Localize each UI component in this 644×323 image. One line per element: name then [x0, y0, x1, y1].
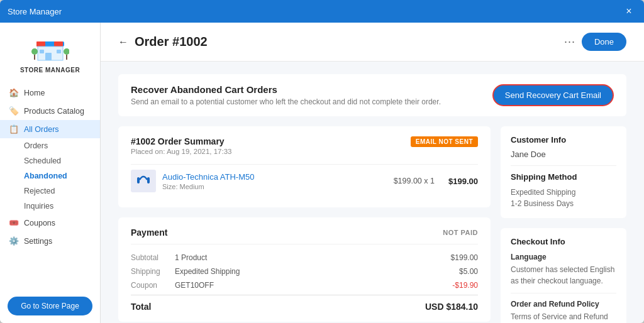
product-link[interactable]: Audio-Technica ATH-M50 — [162, 172, 254, 182]
titlebar: Store Manager × — [0, 0, 644, 23]
payment-header: Payment NOT PAID — [131, 227, 478, 244]
content-area: Recover Abandoned Cart Orders Send an em… — [101, 62, 644, 323]
svg-rect-1 — [36, 41, 45, 47]
products-icon: 🏷️ — [9, 106, 19, 116]
product-row: Audio-Technica ATH-M50 Size: Medium $199… — [131, 164, 478, 197]
payment-title: Payment — [131, 227, 167, 238]
payment-row-subtotal: Subtotal 1 Product $199.00 — [131, 253, 478, 262]
recovery-text: Recover Abandoned Cart Orders Send an em… — [131, 84, 441, 106]
header-actions: ··· Done — [564, 33, 626, 51]
svg-point-8 — [31, 48, 38, 55]
checkout-info-card: Checkout Info Language Customer has sele… — [501, 228, 626, 323]
home-icon: 🏠 — [9, 88, 19, 97]
sidebar-logo: STORE MANAGER — [0, 23, 100, 79]
page-title: Order #1002 — [135, 35, 208, 49]
sidebar-item-rejected[interactable]: Rejected — [0, 183, 100, 199]
product-info: Audio-Technica ATH-M50 Size: Medium — [162, 172, 387, 190]
order-summary-card: #1002 Order Summary Placed on: Aug 19, 2… — [118, 126, 491, 207]
go-to-store-button[interactable]: Go to Store Page — [8, 297, 92, 315]
payment-status-badge: NOT PAID — [443, 229, 478, 236]
svg-rect-3 — [54, 41, 63, 47]
recovery-description: Send an email to a potential customer wh… — [131, 97, 441, 106]
sidebar-item-coupons[interactable]: 🎟️ Coupons — [0, 214, 100, 232]
sidebar-item-label: Home — [24, 89, 45, 97]
policy-text: Terms of Service and Refund Policy — [511, 311, 616, 323]
product-thumbnail — [131, 170, 156, 192]
payment-row-shipping: Shipping Expedited Shipping $5.00 — [131, 267, 478, 276]
divider2 — [511, 293, 616, 293]
sidebar-item-label: All Orders — [24, 125, 59, 134]
sidebar-item-home[interactable]: 🏠 Home — [0, 84, 100, 102]
sidebar-item-abandoned[interactable]: Abandoned — [0, 168, 100, 183]
email-status-badge: EMAIL NOT SENT — [411, 136, 478, 147]
svg-rect-13 — [147, 177, 150, 183]
done-button[interactable]: Done — [582, 33, 626, 51]
svg-rect-9 — [34, 55, 35, 60]
two-col-layout: #1002 Order Summary Placed on: Aug 19, 2… — [118, 126, 626, 323]
sidebar-item-orders[interactable]: Orders — [0, 138, 100, 153]
sidebar-item-settings[interactable]: ⚙️ Settings — [0, 232, 100, 250]
headphone-icon — [134, 172, 153, 190]
shipping-method-value: Expedited Shipping 1-2 Business Days — [511, 187, 616, 209]
payment-card: Payment NOT PAID Subtotal 1 Product $199… — [118, 217, 491, 322]
language-text: Customer has selected English as their c… — [511, 264, 616, 287]
send-recovery-email-button[interactable]: Send Recovery Cart Email — [492, 84, 614, 106]
store-icon — [31, 33, 69, 64]
close-button[interactable]: × — [621, 4, 636, 19]
payment-total-row: Total USD $184.10 — [131, 295, 478, 312]
sidebar-nav: 🏠 Home 🏷️ Products Catalog 📋 All Orders … — [0, 79, 100, 289]
sidebar: STORE MANAGER 🏠 Home 🏷️ Products Catalog… — [0, 23, 101, 323]
sidebar-item-label: Products Catalog — [24, 107, 84, 116]
divider — [511, 165, 616, 166]
svg-rect-11 — [66, 55, 67, 60]
svg-rect-5 — [45, 53, 52, 60]
customer-name: Jane Doe — [511, 150, 616, 159]
store-label: STORE MANAGER — [20, 67, 80, 74]
order-title-row: ← Order #1002 — [118, 35, 208, 49]
back-button[interactable]: ← — [118, 36, 128, 48]
settings-icon: ⚙️ — [9, 236, 19, 246]
product-total: $199.00 — [448, 177, 478, 186]
policy-label: Order and Refund Policy — [511, 300, 616, 309]
svg-rect-2 — [45, 41, 54, 47]
svg-point-10 — [64, 48, 69, 55]
order-summary-info: #1002 Order Summary Placed on: Aug 19, 2… — [131, 136, 232, 155]
svg-rect-6 — [40, 50, 44, 53]
order-summary-title: #1002 Order Summary — [131, 136, 232, 146]
customer-info-title: Customer Info — [511, 135, 616, 145]
recovery-banner: Recover Abandoned Cart Orders Send an em… — [118, 74, 626, 116]
svg-rect-12 — [137, 177, 140, 183]
product-price-detail: $199.00 x 1 — [394, 177, 435, 185]
sidebar-bottom: Go to Store Page — [0, 289, 100, 323]
recovery-title: Recover Abandoned Cart Orders — [131, 84, 441, 95]
product-size: Size: Medium — [162, 183, 387, 190]
svg-rect-7 — [57, 50, 61, 53]
main-content: ← Order #1002 ··· Done Recover Abandoned… — [101, 23, 644, 323]
customer-info-card: Customer Info Jane Doe Shipping Method E… — [501, 126, 626, 218]
sidebar-item-label: Settings — [24, 237, 52, 246]
coupons-icon: 🎟️ — [9, 218, 19, 227]
orders-icon: 📋 — [9, 124, 19, 134]
left-column: #1002 Order Summary Placed on: Aug 19, 2… — [118, 126, 491, 323]
order-placed-date: Placed on: Aug 19, 2021, 17:33 — [131, 148, 232, 155]
order-summary-header: #1002 Order Summary Placed on: Aug 19, 2… — [131, 136, 478, 155]
sidebar-item-all-orders[interactable]: 📋 All Orders — [0, 120, 100, 138]
page-header: ← Order #1002 ··· Done — [101, 23, 644, 62]
language-label: Language — [511, 253, 616, 261]
shipping-method-title: Shipping Method — [511, 172, 616, 182]
app-title: Store Manager — [8, 7, 62, 16]
payment-row-coupon: Coupon GET10OFF -$19.90 — [131, 281, 478, 290]
sidebar-item-products[interactable]: 🏷️ Products Catalog — [0, 102, 100, 120]
sidebar-item-inquiries[interactable]: Inquiries — [0, 199, 100, 214]
more-options-button[interactable]: ··· — [564, 35, 575, 48]
right-column: Customer Info Jane Doe Shipping Method E… — [501, 126, 626, 323]
sidebar-item-scheduled[interactable]: Scheduled — [0, 153, 100, 168]
checkout-info-title: Checkout Info — [511, 237, 616, 246]
sidebar-item-label: Coupons — [24, 219, 55, 227]
